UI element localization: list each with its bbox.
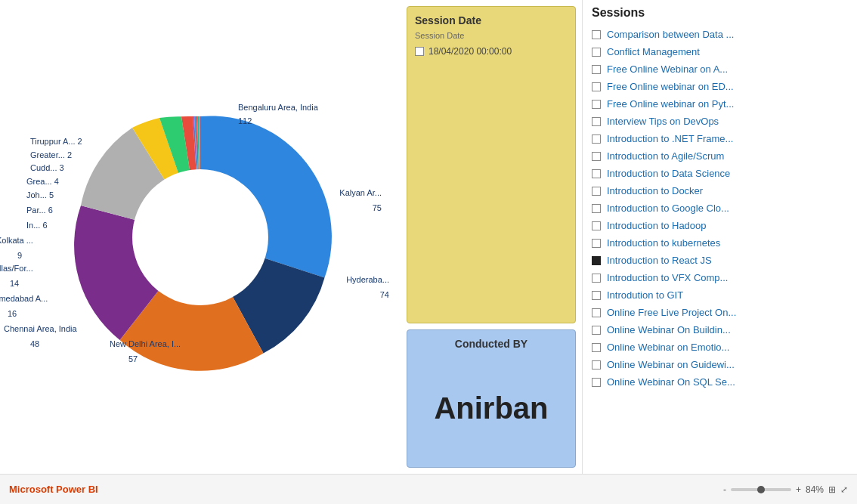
session-date-title: Session Date	[415, 14, 568, 26]
session-item-label: Introduction to VFX Comp...	[607, 272, 728, 283]
session-item[interactable]: Introduction to kubernetes	[589, 234, 851, 252]
main-content: Bengaluru Area, India 112 Kalyan Ar... 7…	[0, 0, 857, 474]
session-item-checkbox[interactable]	[592, 135, 601, 144]
session-item-checkbox[interactable]	[592, 256, 601, 265]
session-item-label: Introduction to Hadoop	[607, 220, 707, 231]
session-item-checkbox[interactable]	[592, 117, 601, 126]
session-item[interactable]: Interview Tips on DevOps	[589, 113, 851, 130]
label-kalyan-val: 75	[373, 203, 382, 212]
session-item-checkbox[interactable]	[592, 326, 601, 335]
sessions-title: Sessions	[589, 6, 851, 20]
session-item-checkbox[interactable]	[592, 48, 601, 57]
label-bengaluru-val: 112	[238, 116, 252, 125]
session-item[interactable]: Online Webinar on Emotio...	[589, 339, 851, 356]
session-item[interactable]: Introduction to Data Science	[589, 165, 851, 182]
label-joh: Joh... 5	[26, 190, 54, 199]
session-item[interactable]: Free Online Webinar on A...	[589, 60, 851, 78]
zoom-level: 84%	[806, 484, 824, 495]
session-item[interactable]: Introduction to React JS	[589, 252, 851, 269]
date-checkbox[interactable]	[415, 47, 424, 56]
fit-icon[interactable]: ⊞	[828, 484, 836, 495]
date-item[interactable]: 18/04/2020 00:00:00	[415, 46, 568, 57]
session-item-checkbox[interactable]	[592, 82, 601, 91]
label-cudd: Cudd... 3	[30, 163, 64, 172]
conducted-card: Conducted BY Anirban	[407, 329, 576, 468]
session-item-checkbox[interactable]	[592, 239, 601, 248]
label-greater: Greater... 2	[30, 150, 72, 159]
date-value: 18/04/2020 00:00:00	[428, 46, 512, 57]
session-item-label: Online Webinar on Emotio...	[607, 342, 729, 353]
session-item-label: Online Free Live Project On...	[607, 307, 736, 318]
session-item-checkbox[interactable]	[592, 152, 601, 161]
session-list: Comparison between Data ...Conflict Mana…	[589, 26, 851, 468]
session-item-checkbox[interactable]	[592, 100, 601, 109]
label-chennai: Chennai Area, India	[4, 324, 77, 333]
label-par: Par... 6	[26, 206, 53, 215]
session-item-checkbox[interactable]	[592, 291, 601, 300]
session-item-checkbox[interactable]	[592, 204, 601, 213]
label-dallas-val: 14	[10, 279, 19, 288]
session-item[interactable]: Introduction to Agile/Scrum	[589, 147, 851, 165]
session-item[interactable]: Free Online webinar on ED...	[589, 78, 851, 95]
session-item[interactable]: Introduction to Google Clo...	[589, 199, 851, 217]
label-ahmedabad: Ahmedabad A...	[0, 294, 48, 303]
label-in: In... 6	[26, 221, 48, 230]
conducted-title: Conducted BY	[415, 338, 568, 350]
expand-icon[interactable]: ⤢	[840, 484, 848, 495]
session-item-label: Interview Tips on DevOps	[607, 116, 719, 127]
zoom-minus[interactable]: -	[723, 484, 726, 495]
session-item-label: Free Online Webinar on A...	[607, 63, 728, 75]
zoom-plus[interactable]: +	[796, 484, 801, 495]
donut-svg	[64, 101, 336, 373]
session-item[interactable]: Comparison between Data ...	[589, 26, 851, 43]
label-kalyan: Kalyan Ar...	[339, 188, 382, 197]
session-item[interactable]: Online Webinar On Buildin...	[589, 321, 851, 339]
session-item-label: Online Webinar on Guidewi...	[607, 359, 735, 370]
label-dallas: Dallas/For...	[0, 264, 33, 273]
label-kolkata-val: 9	[17, 251, 22, 260]
label-newdelhi-val: 57	[128, 354, 138, 363]
powerbi-link[interactable]: Microsoft Power BI	[9, 484, 98, 495]
session-item[interactable]: Free Online webinar on Pyt...	[589, 95, 851, 113]
session-item-checkbox[interactable]	[592, 274, 601, 283]
session-item-label: Conflict Management	[607, 46, 700, 57]
session-item-checkbox[interactable]	[592, 360, 601, 369]
session-item-checkbox[interactable]	[592, 30, 601, 39]
session-item[interactable]: Online Free Live Project On...	[589, 304, 851, 321]
label-tiruppur: Tiruppur A... 2	[30, 137, 82, 146]
session-item[interactable]: Introduction to Docker	[589, 182, 851, 199]
session-item-checkbox[interactable]	[592, 65, 601, 74]
session-item-checkbox[interactable]	[592, 308, 601, 317]
right-panel: Sessions Comparison between Data ...Conf…	[582, 0, 857, 474]
session-item-label: Introduction to Google Clo...	[607, 203, 729, 214]
session-item[interactable]: Online Webinar on Guidewi...	[589, 356, 851, 373]
session-item-checkbox[interactable]	[592, 169, 601, 178]
label-bengaluru: Bengaluru Area, India	[238, 103, 318, 112]
session-item[interactable]: Introduction to .NET Frame...	[589, 130, 851, 147]
session-item-label: Comparison between Data ...	[607, 29, 734, 40]
label-hyderabad: Hyderaba...	[346, 275, 389, 284]
session-item[interactable]: Introduction to VFX Comp...	[589, 269, 851, 286]
session-item[interactable]: Introdution to GIT	[589, 286, 851, 304]
session-item-checkbox[interactable]	[592, 343, 601, 352]
session-item-label: Introduction to Docker	[607, 185, 703, 196]
chart-area: Bengaluru Area, India 112 Kalyan Ar... 7…	[0, 0, 401, 474]
session-item-label: Introduction to Agile/Scrum	[607, 150, 724, 162]
session-item[interactable]: Online Webinar On SQL Se...	[589, 373, 851, 391]
session-item-checkbox[interactable]	[592, 378, 601, 387]
session-item[interactable]: Conflict Management	[589, 43, 851, 60]
bottom-bar: Microsoft Power BI - + 84% ⊞ ⤢	[0, 474, 857, 504]
session-item-label: Introduction to .NET Frame...	[607, 133, 733, 144]
session-item-checkbox[interactable]	[592, 187, 601, 196]
session-item-label: Free Online webinar on Pyt...	[607, 98, 734, 110]
session-item[interactable]: Introduction to Hadoop	[589, 217, 851, 234]
conducted-name: Anirban	[415, 357, 568, 459]
session-item-checkbox[interactable]	[592, 221, 601, 230]
label-newdelhi: New Delhi Area, I...	[110, 339, 181, 348]
zoom-controls: - + 84% ⊞ ⤢	[723, 484, 848, 495]
middle-panel: Session Date Session Date 18/04/2020 00:…	[401, 0, 582, 474]
session-item-label: Introduction to React JS	[607, 255, 712, 266]
session-item-label: Free Online webinar on ED...	[607, 81, 734, 92]
session-date-card: Session Date Session Date 18/04/2020 00:…	[407, 6, 576, 323]
zoom-slider[interactable]	[731, 488, 791, 491]
